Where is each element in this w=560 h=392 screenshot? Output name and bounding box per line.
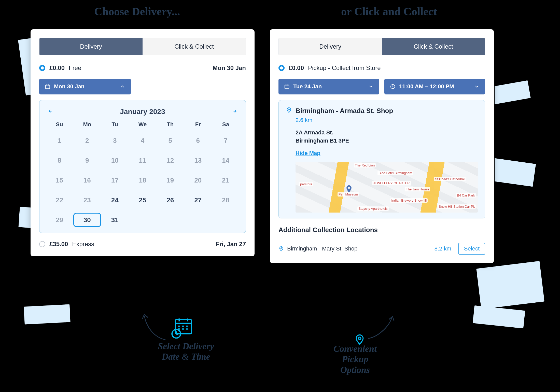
map-poi-label: St Chad's Cathedral [434,177,466,181]
map-poi-label: The Jam House [405,187,430,191]
calendar-day: 14 [212,153,240,167]
option-express-date: Fri, Jan 27 [216,241,246,248]
option-express-label: Express [72,241,94,248]
chevron-down-icon [368,84,374,89]
calendar-dow: We [129,121,157,128]
calendar-day: 20 [184,173,212,187]
calendar-title: January 2023 [120,108,165,116]
calendar-day: 9 [73,153,101,167]
select-location-button[interactable]: Select [458,243,485,255]
calendar-icon [284,84,290,89]
date-picker-label: Tue 24 Jan [293,83,365,90]
annotation-arrow [139,312,172,342]
calendar-icon [45,84,50,89]
calendar-day: 3 [101,133,129,148]
calendar-dow: Sa [212,121,240,128]
calendar-dow: Mo [73,121,101,128]
hide-map-link[interactable]: Hide Map [296,150,320,157]
date-picker[interactable]: Mon 30 Jan [39,79,131,94]
date-picker[interactable]: Tue 24 Jan [278,79,379,94]
option-free-date: Mon 30 Jan [213,64,246,72]
calendar-day: 12 [156,153,184,167]
calendar-day: 29 [46,213,73,227]
additional-locations-heading: Additional Collection Locations [278,226,485,234]
calendar-day[interactable]: 25 [129,193,157,207]
tab-delivery[interactable]: Delivery [279,38,382,55]
time-picker[interactable]: 11:00 AM – 12:00 PM [384,79,485,94]
radio-selected-icon [39,65,45,71]
pin-icon [278,246,284,251]
pin-icon [286,107,292,113]
option-pickup-label: Pickup - Collect from Store [308,64,381,72]
calendar-day: 19 [156,173,184,187]
map[interactable]: The Red LionBloc Hotel BirminghamJEWELLE… [296,162,478,213]
radio-unselected-icon [39,241,45,247]
tabs: Delivery Click & Collect [278,38,485,55]
tab-collect[interactable]: Click & Collect [143,38,246,55]
headline-collect: or Click and Collect [341,5,437,18]
option-free-price: £0.00 [49,64,65,72]
option-free-label: Free [69,64,81,72]
map-pin-icon [345,185,353,193]
collect-card: Delivery Click & Collect £0.00 Pickup - … [270,29,494,263]
map-poi-label: perstore [299,182,313,186]
map-poi-label: B4 Car Park [456,193,476,198]
divider [278,238,485,238]
calendar-dow: Fr [184,121,212,128]
selected-location: Birmingham - Armada St. Shop 2.6 km 2A A… [278,100,485,218]
calendar-day[interactable]: 24 [101,193,129,207]
map-poi-label: The Red Lion [354,163,376,167]
calendar-day: 11 [129,153,157,167]
alt-location-name: Birmingham - Mary St. Shop [287,245,431,252]
calendar-day: 10 [101,153,129,167]
chevron-up-icon [120,84,125,89]
alt-location-distance: 8.2 km [435,245,451,252]
option-pickup[interactable]: £0.00 Pickup - Collect from Store [278,64,485,72]
map-poi-label: Staycity Aparthotels [357,206,388,211]
radio-selected-icon [278,65,285,71]
alt-location-row: Birmingham - Mary St. Shop 8.2 km Select [278,243,485,255]
callout-pickup: Convenient Pickup Options [333,344,377,375]
chevron-down-icon [474,84,480,89]
calendar-dow: Su [46,121,73,128]
tab-delivery[interactable]: Delivery [39,38,143,55]
headline-delivery: Choose Delivery... [94,5,180,18]
calendar-day: 7 [212,133,240,148]
arrow-right-icon [232,108,238,114]
calendar-accent-icon [171,316,193,339]
location-name: Birmingham - Armada St. Shop [296,107,478,115]
callout-delivery: Select Delivery Date & Time [158,341,214,362]
calendar-day: 28 [212,193,240,207]
calendar-day: 22 [46,193,73,207]
option-free[interactable]: £0.00 Free Mon 30 Jan [39,64,246,72]
calendar: January 2023 SuMoTuWeThFrSa1234567891011… [39,100,246,233]
map-poi-label: Indian Brewery Snowhill [390,198,428,203]
calendar-day[interactable]: 27 [184,193,212,207]
calendar-dow: Th [156,121,184,128]
time-picker-label: 11:00 AM – 12:00 PM [399,83,470,90]
calendar-day: 13 [184,153,212,167]
cal-next[interactable] [231,107,240,117]
calendar-day: 4 [129,133,157,148]
location-addr1: 2A Armada St. [296,129,478,137]
calendar-day: 21 [212,173,240,187]
calendar-day: 23 [73,193,101,207]
calendar-day: 18 [129,173,157,187]
calendar-day: 8 [46,153,73,167]
calendar-day[interactable]: 30 [73,213,101,227]
calendar-day[interactable]: 26 [156,193,184,207]
calendar-day: 17 [101,173,129,187]
option-express[interactable]: £35.00 Express Fri, Jan 27 [39,241,246,248]
calendar-day: 15 [46,173,73,187]
calendar-day: 6 [184,133,212,148]
delivery-card: Delivery Click & Collect £0.00 Free Mon … [31,29,255,256]
calendar-dow: Tu [101,121,129,128]
calendar-day: 5 [156,133,184,148]
annotation-arrow [364,314,397,340]
location-addr2: Birmingham B1 3PE [296,137,478,145]
svg-point-3 [288,109,290,110]
calendar-day[interactable]: 31 [101,213,129,227]
cal-prev[interactable] [46,107,54,117]
paper-slip [476,261,544,309]
tab-collect[interactable]: Click & Collect [382,38,485,55]
